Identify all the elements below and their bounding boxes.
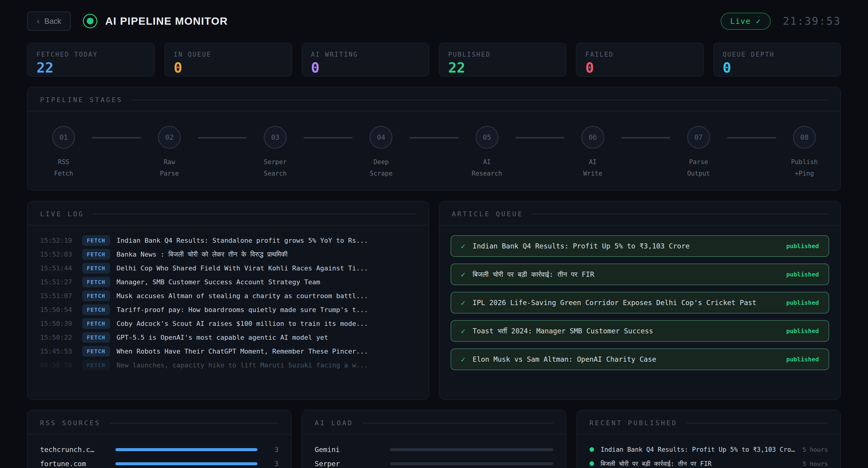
log-row: 15:52:19 FETCH Indian Bank Q4 Results: S… <box>40 233 416 247</box>
live-log-header: LIVE LOG <box>27 201 429 225</box>
ai-load-label: Serper <box>315 460 390 468</box>
stat-label: PUBLISHED <box>448 51 557 58</box>
queue-item[interactable]: ✓ IPL 2026 Life-Saving Green Corridor Ex… <box>451 292 829 313</box>
log-title: Tariff-proof pay: How boardrooms quietly… <box>117 306 368 313</box>
rss-sources-list: techcrunch.c… 3 fortune.com 3 <box>27 435 291 468</box>
rss-sources-header: RSS SOURCES <box>27 410 291 434</box>
queue-item-title: Elon Musk vs Sam Altman: OpenAI Charity … <box>472 355 779 363</box>
stat-card-fetched-today: FETCHED TODAY 22 <box>27 43 155 76</box>
rss-source-count: 3 <box>257 460 278 468</box>
stage-label: SerperSearch <box>264 157 287 179</box>
pipeline-status-row: Idle — waiting for next cycle 0% <box>41 179 827 191</box>
log-row: 15:50:39 FETCH Coby Adcock's Scout AI ra… <box>40 316 416 330</box>
panel-title: LIVE LOG <box>40 210 84 218</box>
chevron-left-icon: ‹ <box>37 16 39 26</box>
recent-published-header: RECENT PUBLISHED <box>577 410 841 434</box>
ai-load-bar <box>390 462 553 465</box>
stage-circle: 07 <box>687 126 710 149</box>
pipeline-stages-row: 01 RSSFetch 02 RawParse 03 SerperSearch … <box>41 126 827 179</box>
stage-rss-fetch: 01 RSSFetch <box>41 126 87 179</box>
stage-circle: 08 <box>793 126 816 149</box>
stage-label: RSSFetch <box>54 157 73 179</box>
log-row: 15:45:53 FETCH When Robots Have Their Ch… <box>40 344 416 358</box>
ai-load-panel: AI LOAD Gemini Serper <box>302 410 566 468</box>
back-button-label: Back <box>44 17 61 26</box>
log-row: 15:51:07 FETCH Musk accuses Altman of st… <box>40 289 416 303</box>
queue-item-title: Indian Bank Q4 Results: Profit Up 5% to … <box>472 242 779 250</box>
header-rule <box>362 423 553 424</box>
queue-item-title: Toast भर्ती 2024: Manager SMB Customer S… <box>472 327 779 335</box>
fetch-badge: FETCH <box>82 277 110 287</box>
fetch-badge: FETCH <box>82 346 110 357</box>
published-badge: published <box>786 299 819 306</box>
stage-circle: 06 <box>581 126 604 149</box>
stage-parse-output: 07 ParseOutput <box>676 126 721 179</box>
stat-value: 0 <box>311 61 420 75</box>
rss-source-label: fortune.com <box>40 460 116 468</box>
panel-title: ARTICLE QUEUE <box>452 210 523 218</box>
article-queue-list: ✓ Indian Bank Q4 Results: Profit Up 5% t… <box>439 226 841 370</box>
fetch-badge: FETCH <box>82 332 110 343</box>
fetch-badge: FETCH <box>82 249 110 260</box>
stage-label: RawParse <box>160 157 179 179</box>
log-time: 15:51:07 <box>40 292 78 300</box>
queue-item[interactable]: ✓ Toast भर्ती 2024: Manager SMB Customer… <box>451 320 829 342</box>
stage-publish-ping: 08 Publish+Ping <box>781 126 827 179</box>
stage-label: ParseOutput <box>687 157 710 179</box>
pipeline-stages-panel: PIPELINE STAGES 01 RSSFetch 02 RawParse … <box>27 87 841 191</box>
log-row: 15:50:22 FETCH GPT-5.5 is OpenAI's most … <box>40 330 416 344</box>
stat-card-failed: FAILED 0 <box>576 43 704 76</box>
fetch-badge: FETCH <box>82 304 110 315</box>
stage-serper-search: 03 SerperSearch <box>252 126 298 179</box>
stat-label: FETCHED TODAY <box>36 51 145 58</box>
stage-label: Publish+Ping <box>791 157 818 179</box>
back-button[interactable]: ‹ Back <box>27 11 71 31</box>
fetch-badge: FETCH <box>82 235 110 246</box>
pipeline-stages-header: PIPELINE STAGES <box>27 87 841 111</box>
fetch-badge: FETCH <box>82 263 110 273</box>
stage-connector <box>516 137 564 138</box>
stat-value: 0 <box>174 61 282 75</box>
stage-label: AIResearch <box>472 157 502 179</box>
fetch-badge: FETCH <box>82 318 110 329</box>
stage-circle: 04 <box>370 126 393 149</box>
stat-label: QUEUE DEPTH <box>723 51 832 58</box>
panel-title: AI LOAD <box>315 419 353 427</box>
log-row: 15:51:44 FETCH Delhi Cop Who Shared Fiel… <box>40 261 416 275</box>
log-time: 15:52:19 <box>40 237 78 244</box>
log-time: 15:50:39 <box>40 320 78 327</box>
stage-ai-research: 05 AIResearch <box>464 126 510 179</box>
recent-published-row: बिजली चोरी पर बड़ी कार्रवाई: तीन पर FIR … <box>590 457 828 468</box>
log-row: 15:52:03 FETCH Banka News : बिजली चोरी क… <box>40 247 416 261</box>
recent-published-time: 5 hours <box>803 460 828 467</box>
fetch-badge: FETCH <box>82 291 110 301</box>
article-queue-panel: ARTICLE QUEUE ✓ Indian Bank Q4 Results: … <box>439 201 841 400</box>
log-row: 09:50:58 FETCH New launches, capacity hi… <box>40 358 416 372</box>
check-icon: ✓ <box>461 242 465 250</box>
recent-published-list: Indian Bank Q4 Results: Profit Up 5% to … <box>577 435 841 468</box>
check-icon: ✓ <box>461 355 465 364</box>
stat-card-ai-writing: AI WRITING 0 <box>302 43 429 76</box>
queue-item-title: बिजली चोरी पर बड़ी कार्रवाई: तीन पर FIR <box>472 270 779 278</box>
green-dot-icon <box>590 447 594 452</box>
log-time: 15:50:22 <box>40 334 78 341</box>
check-icon: ✓ <box>461 270 465 279</box>
rss-source-bar <box>116 448 257 451</box>
green-dot-icon <box>590 461 594 466</box>
ai-load-bar <box>390 448 553 451</box>
live-log-list: 15:52:19 FETCH Indian Bank Q4 Results: S… <box>27 226 429 372</box>
stage-connector <box>727 137 776 138</box>
stat-card-published: PUBLISHED 22 <box>439 43 566 76</box>
log-time: 09:50:58 <box>40 361 78 369</box>
log-row: 15:51:27 FETCH Manager, SMB Customer Suc… <box>40 275 416 289</box>
queue-item[interactable]: ✓ Indian Bank Q4 Results: Profit Up 5% t… <box>451 235 829 257</box>
queue-item[interactable]: ✓ बिजली चोरी पर बड़ी कार्रवाई: तीन पर FI… <box>451 264 829 285</box>
stats-row: FETCHED TODAY 22 IN QUEUE 0 AI WRITING 0… <box>27 43 841 76</box>
stage-connector <box>409 137 458 138</box>
stage-connector <box>621 137 670 138</box>
log-title: When Robots Have Their ChatGPT Moment, R… <box>117 347 368 355</box>
recent-published-title: बिजली चोरी पर बड़ी कार्रवाई: तीन पर FIR <box>601 460 795 467</box>
stat-label: FAILED <box>585 51 694 58</box>
queue-item[interactable]: ✓ Elon Musk vs Sam Altman: OpenAI Charit… <box>451 348 829 370</box>
header-rule <box>532 214 828 214</box>
